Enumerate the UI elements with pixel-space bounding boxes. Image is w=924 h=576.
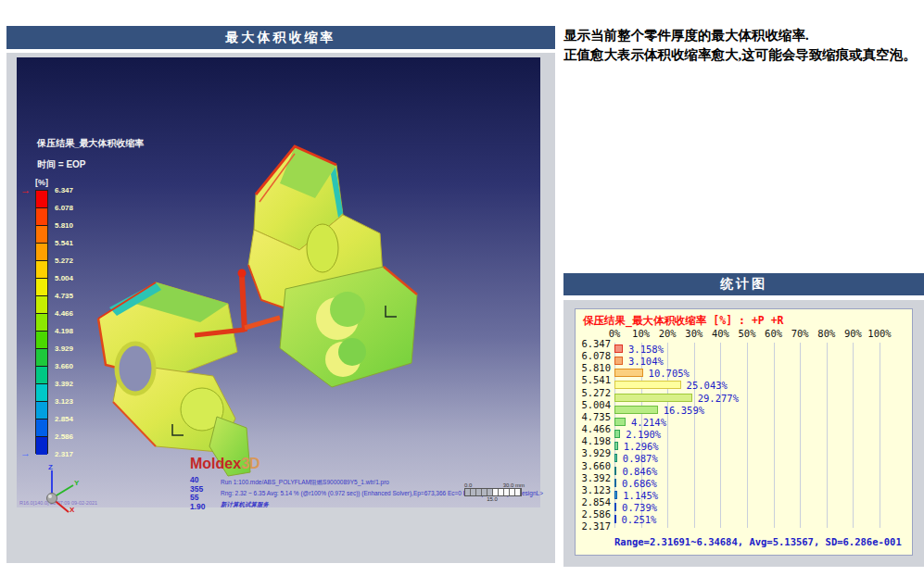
bin-edge-label: 5.810: [577, 362, 611, 373]
histogram-bar-value: 25.043%: [687, 380, 728, 391]
axis-triad-icon: Z Y X: [32, 461, 80, 513]
histogram-bar: [614, 430, 620, 438]
histogram-bar: [614, 515, 616, 523]
bin-edge-label: 2.317: [577, 520, 611, 532]
legend-tick-label: 5.272: [55, 257, 73, 265]
gridline: [720, 343, 721, 528]
legend-color-segment: [36, 208, 47, 226]
legend-tick-label: 4.198: [55, 327, 73, 335]
color-legend-ticks: 6.3476.0785.8105.5415.2725.0044.7354.466…: [55, 190, 101, 454]
legend-tick-label: 2.317: [55, 450, 73, 458]
scale-ruler: [464, 488, 522, 496]
legend-tick-label: 4.735: [55, 292, 73, 300]
bin-edge-label: 6.347: [577, 338, 611, 349]
legend-tick-label: 4.466: [55, 309, 73, 318]
legend-tick-label: 3.392: [55, 380, 73, 388]
left-panel-titlebar: 最大体积收缩率: [6, 26, 555, 49]
left-panel-title: 最大体积收缩率: [226, 30, 336, 46]
histogram-chart: 保压结果_最大体积收缩率 [%] : +P +R 0%10%20%30%40%5…: [575, 308, 913, 556]
histogram-bar-value: 10.705%: [649, 368, 690, 379]
result-description: 显示当前整个零件厚度的最大体积收缩率. 正值愈大表示体积收缩率愈大,这可能会导致…: [563, 26, 924, 65]
histogram-bar: [614, 369, 643, 377]
legend-color-segment: [36, 261, 47, 279]
histogram-bar-value: 0.846%: [622, 466, 657, 477]
legend-color-segment: [36, 349, 47, 367]
histogram-bar: [614, 467, 616, 475]
legend-color-segment: [36, 332, 47, 349]
logo-part2: 3D: [241, 456, 259, 471]
x-axis-tick-label: 100%: [861, 328, 898, 339]
legend-color-segment: [36, 279, 47, 296]
legend-tick-label: 6.347: [55, 186, 73, 194]
legend-tick-label: 3.929: [55, 344, 73, 353]
scale-bar: 0.0 30.0 mm 15.0: [460, 482, 525, 502]
legend-color-segment: [36, 402, 47, 419]
gridline: [694, 343, 695, 528]
histogram-bar-value: 1.145%: [623, 490, 658, 501]
histogram-bar: [614, 454, 617, 462]
logo-part1: Moldex: [190, 456, 241, 471]
histogram-bar-value: 2.190%: [626, 429, 661, 440]
time-label: 时间 = EOP: [37, 158, 86, 171]
legend-tick-label: 5.004: [55, 274, 73, 282]
legend-tick-label: 5.541: [55, 239, 73, 247]
bin-edge-label: 2.854: [577, 496, 611, 507]
chart-footer: Range=2.31691~6.34684, Avg=5.13567, SD=6…: [614, 536, 902, 547]
legend-color-segment: [36, 296, 47, 314]
moldex3d-logo: Moldex3D: [190, 456, 260, 472]
model-part-upper: [248, 146, 417, 387]
unit-label: [%]: [35, 178, 48, 187]
histogram-bar: [614, 381, 681, 389]
histogram-bar-value: 0.987%: [623, 453, 658, 464]
legend-tick-label: 6.078: [55, 204, 73, 212]
histogram-bar: [614, 406, 658, 414]
legend-color-segment: [36, 419, 47, 437]
histogram-bar-value: 1.296%: [624, 441, 659, 452]
screenshot-root: 最大体积收缩率: [0, 0, 924, 576]
run-number-column: 40 355 55 1.90: [190, 476, 206, 511]
legend-max-arrow-icon: →: [20, 185, 31, 194]
stats-panel-title: 统计图: [720, 276, 767, 293]
viewport-3d[interactable]: 保压结果_最大体积收缩率 时间 = EOP [%] → 6.3476.0785.…: [17, 57, 540, 507]
legend-tick-label: 3.123: [55, 397, 73, 406]
bin-edge-label: 5.272: [577, 387, 611, 398]
histogram-bar: [614, 442, 618, 450]
description-line2: 正值愈大表示体积收缩率愈大,这可能会导致缩痕或真空泡。: [563, 47, 917, 62]
histogram-bar: [614, 418, 626, 426]
legend-color-segment: [36, 437, 47, 455]
chart-title: 保压结果_最大体积收缩率 [%] : +P +R: [583, 314, 784, 328]
histogram-bar: [614, 503, 616, 511]
histogram-bar-value: 29.277%: [698, 393, 739, 404]
model-part-lower: [98, 282, 250, 476]
bin-edge-label: 5.004: [577, 399, 611, 410]
legend-color-segment: [36, 314, 47, 332]
axis-x-label: X: [70, 506, 75, 513]
scale-mid-label: 15.0: [464, 496, 520, 502]
legend-color-segment: [36, 244, 47, 261]
bin-edge-label: 3.392: [577, 472, 611, 483]
color-legend: [35, 190, 48, 454]
histogram-bar-value: 3.158%: [628, 344, 664, 355]
legend-color-segment: [36, 226, 47, 244]
histogram-bar-value: 3.104%: [628, 356, 664, 367]
histogram-bar-value: 0.686%: [622, 478, 657, 489]
bin-edge-label: 5.541: [577, 374, 611, 385]
histogram-bar: [614, 357, 623, 365]
legend-color-segment: [36, 191, 47, 208]
bin-edge-label: 4.735: [577, 411, 611, 422]
histogram-bar: [614, 344, 623, 353]
bin-edge-label: 3.123: [577, 484, 611, 495]
histogram-bar: [614, 491, 617, 499]
stats-panel-titlebar: 统计图: [563, 273, 924, 295]
legend-min-arrow-icon: →: [20, 448, 31, 457]
scale-min-label: 0.0: [464, 482, 472, 488]
run-number-3: 1.90: [190, 503, 206, 512]
stats-panel-body: 保压结果_最大体积收缩率 [%] : +P +R 0%10%20%30%40%5…: [563, 300, 924, 567]
scale-max-label: 30.0 mm: [503, 482, 525, 488]
result-title: 保压结果_最大体积收缩率: [37, 137, 145, 150]
histogram-bar-value: 0.251%: [622, 514, 657, 525]
axis-z-label: Z: [48, 463, 53, 471]
gridline: [800, 343, 801, 528]
bin-edge-label: 3.660: [577, 460, 611, 471]
histogram-bar-value: 4.214%: [631, 417, 666, 428]
